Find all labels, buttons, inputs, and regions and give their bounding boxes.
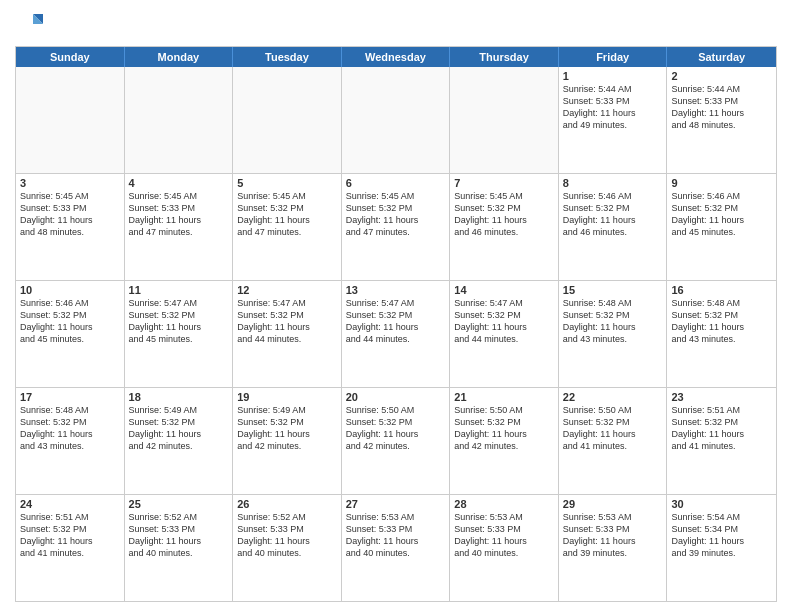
day-number: 10 [20,284,120,296]
day-info: Sunrise: 5:48 AM Sunset: 5:32 PM Dayligh… [563,297,663,346]
logo [15,10,49,40]
week-row-1: 1Sunrise: 5:44 AM Sunset: 5:33 PM Daylig… [16,67,776,173]
header-day-monday: Monday [125,47,234,67]
day-cell-5: 5Sunrise: 5:45 AM Sunset: 5:32 PM Daylig… [233,174,342,280]
day-cell-16: 16Sunrise: 5:48 AM Sunset: 5:32 PM Dayli… [667,281,776,387]
header-day-friday: Friday [559,47,668,67]
day-cell-30: 30Sunrise: 5:54 AM Sunset: 5:34 PM Dayli… [667,495,776,601]
day-number: 18 [129,391,229,403]
day-number: 21 [454,391,554,403]
day-number: 7 [454,177,554,189]
calendar-body: 1Sunrise: 5:44 AM Sunset: 5:33 PM Daylig… [16,67,776,601]
day-number: 16 [671,284,772,296]
day-info: Sunrise: 5:51 AM Sunset: 5:32 PM Dayligh… [671,404,772,453]
day-number: 30 [671,498,772,510]
day-info: Sunrise: 5:44 AM Sunset: 5:33 PM Dayligh… [671,83,772,132]
day-cell-26: 26Sunrise: 5:52 AM Sunset: 5:33 PM Dayli… [233,495,342,601]
empty-cell [125,67,234,173]
day-cell-23: 23Sunrise: 5:51 AM Sunset: 5:32 PM Dayli… [667,388,776,494]
day-number: 19 [237,391,337,403]
logo-icon [15,10,45,40]
day-info: Sunrise: 5:45 AM Sunset: 5:32 PM Dayligh… [454,190,554,239]
day-cell-18: 18Sunrise: 5:49 AM Sunset: 5:32 PM Dayli… [125,388,234,494]
day-cell-11: 11Sunrise: 5:47 AM Sunset: 5:32 PM Dayli… [125,281,234,387]
day-number: 12 [237,284,337,296]
day-number: 23 [671,391,772,403]
day-info: Sunrise: 5:53 AM Sunset: 5:33 PM Dayligh… [346,511,446,560]
day-info: Sunrise: 5:45 AM Sunset: 5:33 PM Dayligh… [129,190,229,239]
page: SundayMondayTuesdayWednesdayThursdayFrid… [0,0,792,612]
week-row-5: 24Sunrise: 5:51 AM Sunset: 5:32 PM Dayli… [16,494,776,601]
day-cell-29: 29Sunrise: 5:53 AM Sunset: 5:33 PM Dayli… [559,495,668,601]
day-number: 27 [346,498,446,510]
day-cell-9: 9Sunrise: 5:46 AM Sunset: 5:32 PM Daylig… [667,174,776,280]
day-cell-17: 17Sunrise: 5:48 AM Sunset: 5:32 PM Dayli… [16,388,125,494]
day-info: Sunrise: 5:48 AM Sunset: 5:32 PM Dayligh… [20,404,120,453]
day-number: 22 [563,391,663,403]
day-info: Sunrise: 5:47 AM Sunset: 5:32 PM Dayligh… [454,297,554,346]
day-cell-1: 1Sunrise: 5:44 AM Sunset: 5:33 PM Daylig… [559,67,668,173]
day-cell-8: 8Sunrise: 5:46 AM Sunset: 5:32 PM Daylig… [559,174,668,280]
day-info: Sunrise: 5:49 AM Sunset: 5:32 PM Dayligh… [237,404,337,453]
day-cell-25: 25Sunrise: 5:52 AM Sunset: 5:33 PM Dayli… [125,495,234,601]
day-cell-12: 12Sunrise: 5:47 AM Sunset: 5:32 PM Dayli… [233,281,342,387]
day-info: Sunrise: 5:50 AM Sunset: 5:32 PM Dayligh… [563,404,663,453]
day-number: 13 [346,284,446,296]
header-day-thursday: Thursday [450,47,559,67]
day-info: Sunrise: 5:50 AM Sunset: 5:32 PM Dayligh… [454,404,554,453]
day-cell-28: 28Sunrise: 5:53 AM Sunset: 5:33 PM Dayli… [450,495,559,601]
day-number: 11 [129,284,229,296]
day-number: 29 [563,498,663,510]
day-number: 9 [671,177,772,189]
header-day-tuesday: Tuesday [233,47,342,67]
empty-cell [233,67,342,173]
day-cell-24: 24Sunrise: 5:51 AM Sunset: 5:32 PM Dayli… [16,495,125,601]
day-cell-3: 3Sunrise: 5:45 AM Sunset: 5:33 PM Daylig… [16,174,125,280]
header-day-wednesday: Wednesday [342,47,451,67]
day-cell-2: 2Sunrise: 5:44 AM Sunset: 5:33 PM Daylig… [667,67,776,173]
day-info: Sunrise: 5:53 AM Sunset: 5:33 PM Dayligh… [563,511,663,560]
day-cell-22: 22Sunrise: 5:50 AM Sunset: 5:32 PM Dayli… [559,388,668,494]
day-info: Sunrise: 5:46 AM Sunset: 5:32 PM Dayligh… [671,190,772,239]
day-info: Sunrise: 5:51 AM Sunset: 5:32 PM Dayligh… [20,511,120,560]
header-day-sunday: Sunday [16,47,125,67]
day-number: 3 [20,177,120,189]
day-number: 4 [129,177,229,189]
empty-cell [450,67,559,173]
day-number: 28 [454,498,554,510]
day-info: Sunrise: 5:46 AM Sunset: 5:32 PM Dayligh… [563,190,663,239]
day-cell-7: 7Sunrise: 5:45 AM Sunset: 5:32 PM Daylig… [450,174,559,280]
day-number: 2 [671,70,772,82]
day-number: 20 [346,391,446,403]
week-row-3: 10Sunrise: 5:46 AM Sunset: 5:32 PM Dayli… [16,280,776,387]
day-number: 6 [346,177,446,189]
day-info: Sunrise: 5:47 AM Sunset: 5:32 PM Dayligh… [346,297,446,346]
day-info: Sunrise: 5:46 AM Sunset: 5:32 PM Dayligh… [20,297,120,346]
day-cell-15: 15Sunrise: 5:48 AM Sunset: 5:32 PM Dayli… [559,281,668,387]
day-info: Sunrise: 5:49 AM Sunset: 5:32 PM Dayligh… [129,404,229,453]
day-info: Sunrise: 5:47 AM Sunset: 5:32 PM Dayligh… [237,297,337,346]
calendar: SundayMondayTuesdayWednesdayThursdayFrid… [15,46,777,602]
empty-cell [342,67,451,173]
day-info: Sunrise: 5:47 AM Sunset: 5:32 PM Dayligh… [129,297,229,346]
day-number: 26 [237,498,337,510]
day-cell-19: 19Sunrise: 5:49 AM Sunset: 5:32 PM Dayli… [233,388,342,494]
header-day-saturday: Saturday [667,47,776,67]
day-info: Sunrise: 5:45 AM Sunset: 5:32 PM Dayligh… [237,190,337,239]
week-row-2: 3Sunrise: 5:45 AM Sunset: 5:33 PM Daylig… [16,173,776,280]
day-info: Sunrise: 5:48 AM Sunset: 5:32 PM Dayligh… [671,297,772,346]
calendar-header: SundayMondayTuesdayWednesdayThursdayFrid… [16,47,776,67]
day-number: 8 [563,177,663,189]
day-info: Sunrise: 5:50 AM Sunset: 5:32 PM Dayligh… [346,404,446,453]
day-cell-10: 10Sunrise: 5:46 AM Sunset: 5:32 PM Dayli… [16,281,125,387]
header [15,10,777,40]
day-cell-21: 21Sunrise: 5:50 AM Sunset: 5:32 PM Dayli… [450,388,559,494]
day-cell-4: 4Sunrise: 5:45 AM Sunset: 5:33 PM Daylig… [125,174,234,280]
day-info: Sunrise: 5:54 AM Sunset: 5:34 PM Dayligh… [671,511,772,560]
day-number: 25 [129,498,229,510]
day-cell-20: 20Sunrise: 5:50 AM Sunset: 5:32 PM Dayli… [342,388,451,494]
day-info: Sunrise: 5:53 AM Sunset: 5:33 PM Dayligh… [454,511,554,560]
day-cell-27: 27Sunrise: 5:53 AM Sunset: 5:33 PM Dayli… [342,495,451,601]
day-info: Sunrise: 5:52 AM Sunset: 5:33 PM Dayligh… [237,511,337,560]
day-cell-6: 6Sunrise: 5:45 AM Sunset: 5:32 PM Daylig… [342,174,451,280]
